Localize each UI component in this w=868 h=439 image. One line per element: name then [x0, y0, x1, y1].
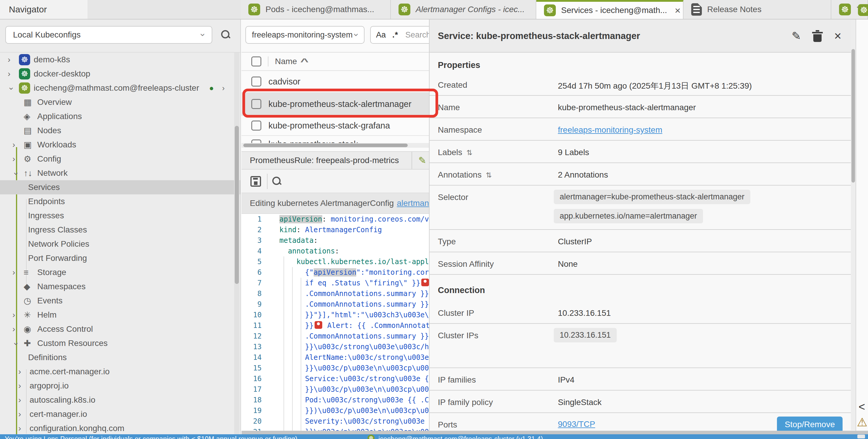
sidebar-item-port-forwarding[interactable]: Port Forwarding: [0, 251, 241, 265]
row-checkbox[interactable]: [251, 139, 261, 143]
code-token: [279, 353, 305, 362]
tab-services-icecheng-math[interactable]: ☸Services - icecheng@math...×: [536, 0, 684, 19]
select-all-checkbox[interactable]: [251, 57, 261, 66]
sidebar-item-workloads[interactable]: ›▣Workloads: [0, 138, 241, 152]
sidebar-item-ingresses[interactable]: Ingresses: [0, 209, 241, 223]
namespace-select[interactable]: freeleaps-monitoring-system ›: [245, 26, 365, 44]
table-row-kube-prometheus-stack[interactable]: kube-prometheus-stack-: [242, 136, 429, 143]
sidebar-item-definitions[interactable]: Definitions: [0, 350, 241, 365]
chevron-right-icon[interactable]: ›: [12, 140, 24, 149]
sidebar-item-network[interactable]: ›↑↓Network: [0, 166, 241, 180]
close-icon[interactable]: ×: [834, 30, 841, 42]
sidebar-item-icecheng-mathmast-com-freeleap[interactable]: ›☸icecheng@mathmast.com@freeleaps-cluste…: [0, 81, 241, 95]
sidebar-scrollbar-thumb[interactable]: [235, 126, 239, 284]
sidebar-item-custom-resources[interactable]: ›✚Custom Resources: [0, 336, 241, 350]
sidebar-item-autoscaling-k8s-io[interactable]: ›autoscaling.k8s.io: [0, 393, 241, 407]
chevron-right-icon[interactable]: ›: [18, 381, 30, 391]
open-tabs: ☸Pods - icecheng@mathmas...☸Alertmanager…: [241, 0, 868, 19]
status-corner-widget[interactable]: [857, 435, 865, 438]
delete-icon[interactable]: [813, 30, 822, 42]
sidebar-item-ingress-classes[interactable]: Ingress Classes: [0, 223, 241, 237]
chevron-right-icon[interactable]: ›: [8, 69, 19, 78]
table-horizontal-scrollbar[interactable]: [242, 143, 429, 148]
code-token: AlertName:\u003c/strong\u003e {{: [305, 353, 429, 362]
sidebar-item-label: cert-manager.io: [30, 409, 87, 419]
chevron-right-icon[interactable]: ›: [12, 268, 24, 277]
yaml-editor[interactable]: 1apiVersion: monitoring.coreos.com/v1alp…: [242, 214, 429, 431]
toggle-icon[interactable]: ⇅: [486, 171, 492, 179]
toggle-icon[interactable]: ⇅: [467, 148, 472, 157]
port-link-9093-tcp[interactable]: 9093/TCP: [558, 419, 595, 429]
tab-label: Services - icecheng@math...: [561, 6, 667, 15]
sidebar-item-network-policies[interactable]: Network Policies: [0, 237, 241, 251]
tab-release-notes[interactable]: Release Notes: [684, 0, 831, 19]
close-icon[interactable]: ×: [675, 5, 681, 16]
search-icon[interactable]: [221, 30, 230, 39]
collapse-chevron-icon[interactable]: <: [859, 401, 865, 413]
editor-toolbar: [242, 170, 429, 193]
edit-icon[interactable]: ✎: [418, 155, 426, 166]
save-icon[interactable]: [250, 176, 261, 187]
table-row-kube-prometheus-stack-grafana[interactable]: kube-prometheus-stack-grafana: [242, 116, 429, 136]
sidebar-item-docker-desktop[interactable]: ›☸docker-desktop: [0, 67, 241, 81]
code-line: 19 }})\u003c/p\u003e\n\u003cp\u003e: [242, 405, 429, 416]
edit-icon[interactable]: ✎: [792, 30, 801, 42]
detail-label: Cluster IP: [438, 308, 474, 318]
stop-remove-button[interactable]: Stop/Remove: [777, 416, 843, 431]
table-scrollbar-thumb[interactable]: [243, 143, 408, 147]
sidebar-item-overview[interactable]: ▦Overview: [0, 95, 241, 109]
sidebar-item-events[interactable]: ◷Events: [0, 294, 241, 308]
detail-row-labels: Labels⇅9 Labels: [430, 141, 856, 163]
sidebar-item-endpoints[interactable]: Endpoints: [0, 194, 241, 209]
sort-asc-icon[interactable]: ^: [300, 57, 308, 66]
sidebar-item-services[interactable]: Services: [0, 180, 241, 194]
chevron-right-icon[interactable]: ›: [12, 325, 24, 334]
editor-search-icon[interactable]: [272, 177, 281, 185]
detail-row-ip-families: IP familiesIPv4: [430, 368, 856, 391]
regex-icon[interactable]: .*: [392, 30, 398, 40]
kubeconfig-select[interactable]: Local Kubeconfigs ›: [5, 26, 212, 44]
chevron-right-icon[interactable]: ›: [12, 154, 24, 164]
chevron-right-icon[interactable]: ›: [222, 83, 225, 93]
sidebar-item-namespaces[interactable]: ◆Namespaces: [0, 279, 241, 294]
name-column-header[interactable]: Name: [275, 57, 297, 66]
sidebar-item-configuration-konghq-com[interactable]: ›configuration.konghq.com: [0, 421, 241, 434]
code-token: [279, 322, 305, 330]
sidebar-item-demo-k8s[interactable]: ›☸demo-k8s: [0, 53, 241, 67]
match-case-icon[interactable]: Aa: [376, 30, 386, 40]
sidebar-item-applications[interactable]: ◈Applications: [0, 109, 241, 124]
detail-label: IP families: [438, 375, 476, 385]
chevron-down-icon[interactable]: ›: [7, 83, 16, 94]
sidebar-item-label: Events: [37, 296, 63, 305]
prometheus-rule-title: PrometheusRule: freepeals-prod-metrics: [250, 156, 399, 165]
drawer-scrollbar-thumb[interactable]: [851, 49, 855, 182]
prometheus-rule-bar[interactable]: PrometheusRule: freepeals-prod-metrics ✎: [242, 151, 429, 170]
chevron-right-icon[interactable]: ›: [18, 367, 30, 376]
chevron-right-icon[interactable]: ›: [18, 409, 30, 419]
tab-alertmanager-configs-icec[interactable]: ☸Alertmanager Configs - icec...: [391, 0, 536, 19]
sidebar-item-access-control[interactable]: ›◉Access Control: [0, 322, 241, 336]
chevron-down-icon[interactable]: ›: [11, 338, 21, 349]
code-text: .CommonAnnotations.summary }}-: [261, 288, 429, 299]
sidebar-item-nodes[interactable]: ▤Nodes: [0, 124, 241, 138]
row-checkbox[interactable]: [251, 121, 261, 131]
detail-link-freeleaps-monitoring-system[interactable]: freeleaps-monitoring-system: [558, 125, 662, 135]
sidebar-item-config[interactable]: ›⚙Config: [0, 152, 241, 166]
chevron-right-icon[interactable]: ›: [8, 55, 19, 64]
sidebar-item-helm[interactable]: ›✳Helm: [0, 308, 241, 322]
sidebar-item-cert-manager-io[interactable]: ›cert-manager.io: [0, 407, 241, 421]
code-token: :: [335, 247, 339, 255]
editing-banner-link[interactable]: alertmanager: [397, 199, 429, 208]
code-line: 20 Severity:\u003c/strong\u003e {{: [242, 416, 429, 427]
sidebar-item-storage[interactable]: ›≡Storage: [0, 265, 241, 279]
code-text: kind: AlertmanagerConfig: [261, 225, 382, 235]
row-checkbox[interactable]: [251, 76, 261, 87]
chevron-down-icon[interactable]: ›: [11, 168, 21, 179]
chevron-right-icon[interactable]: ›: [18, 424, 30, 433]
tab-pods-icecheng-mathmas[interactable]: ☸Pods - icecheng@mathmas...: [241, 0, 391, 19]
chevron-right-icon[interactable]: ›: [18, 395, 30, 405]
list-search-input[interactable]: Aa .* Search: [370, 26, 429, 44]
sidebar-item-acme-cert-manager-io[interactable]: ›acme.cert-manager.io: [0, 365, 241, 379]
chevron-right-icon[interactable]: ›: [12, 310, 24, 319]
sidebar-item-argoproj-io[interactable]: ›argoproj.io: [0, 379, 241, 393]
